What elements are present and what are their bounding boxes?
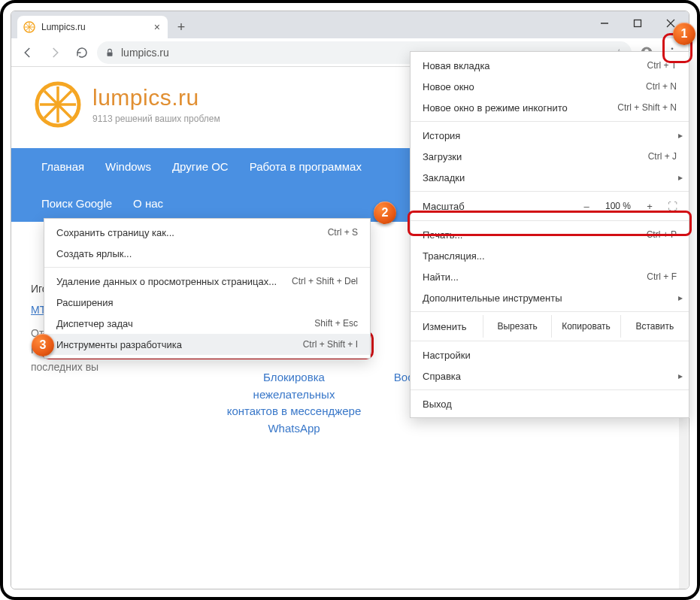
submenu-save-as[interactable]: Сохранить страницу как...Ctrl + S bbox=[44, 222, 370, 243]
nav-item[interactable]: Поиск Google bbox=[31, 185, 123, 222]
svg-point-12 bbox=[671, 47, 674, 50]
menu-zoom: Масштаб – 100 % + ⛶ bbox=[411, 195, 689, 217]
favicon-icon bbox=[23, 21, 35, 33]
menu-more-tools[interactable]: Дополнительные инструменты▸ bbox=[411, 287, 689, 308]
menu-edit-row: Изменить Вырезать Копировать Вставить bbox=[411, 315, 689, 338]
submenu-create-shortcut[interactable]: Создать ярлык... bbox=[44, 243, 370, 264]
submenu-clear-data[interactable]: Удаление данных о просмотренных страница… bbox=[44, 271, 370, 292]
zoom-percent: 100 % bbox=[602, 201, 635, 211]
card-title: Блокировка нежелательных контактов в мес… bbox=[226, 369, 362, 437]
menu-settings[interactable]: Настройки bbox=[411, 344, 689, 365]
new-tab-button[interactable]: + bbox=[171, 17, 192, 38]
nav-item[interactable]: Windows bbox=[95, 148, 162, 185]
forward-button[interactable] bbox=[43, 41, 67, 65]
browser-tab[interactable]: Lumpics.ru × bbox=[17, 16, 168, 38]
close-icon[interactable]: × bbox=[154, 21, 160, 33]
nav-item[interactable]: Главная bbox=[31, 148, 95, 185]
fullscreen-icon[interactable]: ⛶ bbox=[665, 201, 680, 212]
back-button[interactable] bbox=[16, 41, 40, 65]
svg-rect-6 bbox=[635, 20, 641, 27]
edit-copy[interactable]: Копировать bbox=[551, 315, 620, 338]
site-logo-icon bbox=[34, 80, 82, 129]
site-subtitle: 9113 решений ваших проблем bbox=[92, 114, 220, 124]
edit-paste[interactable]: Вставить bbox=[620, 315, 689, 338]
menu-new-tab[interactable]: Новая вкладкаCtrl + T bbox=[411, 55, 689, 76]
menu-find[interactable]: Найти...Ctrl + F bbox=[411, 266, 689, 287]
minimize-button[interactable] bbox=[588, 12, 621, 35]
menu-history[interactable]: История▸ bbox=[411, 125, 689, 146]
reload-button[interactable] bbox=[70, 41, 94, 65]
callout-3: 3 bbox=[32, 334, 54, 356]
menu-new-window[interactable]: Новое окноCtrl + N bbox=[411, 76, 689, 97]
callout-1: 1 bbox=[673, 23, 695, 45]
menu-bookmarks[interactable]: Закладки▸ bbox=[411, 167, 689, 188]
menu-downloads[interactable]: ЗагрузкиCtrl + J bbox=[411, 146, 689, 167]
nav-item[interactable]: О нас bbox=[123, 185, 174, 222]
menu-print[interactable]: Печать...Ctrl + P bbox=[411, 224, 689, 245]
maximize-button[interactable] bbox=[621, 12, 654, 35]
site-title: lumpics.ru bbox=[92, 85, 220, 111]
submenu-task-manager[interactable]: Диспетчер задачShift + Esc bbox=[44, 313, 370, 334]
menu-cast[interactable]: Трансляция... bbox=[411, 245, 689, 266]
nav-item[interactable]: Работа в программах bbox=[239, 148, 372, 185]
menu-help[interactable]: Справка▸ bbox=[411, 365, 689, 386]
menu-incognito[interactable]: Новое окно в режиме инкогнитоCtrl + Shif… bbox=[411, 97, 689, 118]
titlebar: Lumpics.ru × + bbox=[11, 11, 689, 38]
more-tools-submenu: Сохранить страницу как...Ctrl + S Создат… bbox=[44, 218, 371, 359]
url-text: lumpics.ru bbox=[121, 47, 169, 59]
zoom-out-button[interactable]: – bbox=[579, 201, 594, 212]
lock-icon bbox=[105, 47, 115, 58]
edit-cut[interactable]: Вырезать bbox=[483, 315, 551, 338]
menu-exit[interactable]: Выход bbox=[411, 393, 689, 414]
callout-2: 2 bbox=[374, 202, 396, 224]
svg-rect-9 bbox=[108, 52, 113, 56]
nav-item[interactable]: Другие ОС bbox=[162, 148, 239, 185]
main-menu: Новая вкладкаCtrl + T Новое окноCtrl + N… bbox=[410, 51, 689, 418]
submenu-devtools[interactable]: Инструменты разработчикаCtrl + Shift + I bbox=[44, 334, 370, 355]
submenu-extensions[interactable]: Расширения bbox=[44, 292, 370, 313]
zoom-in-button[interactable]: + bbox=[642, 201, 657, 212]
tab-title: Lumpics.ru bbox=[41, 22, 86, 32]
